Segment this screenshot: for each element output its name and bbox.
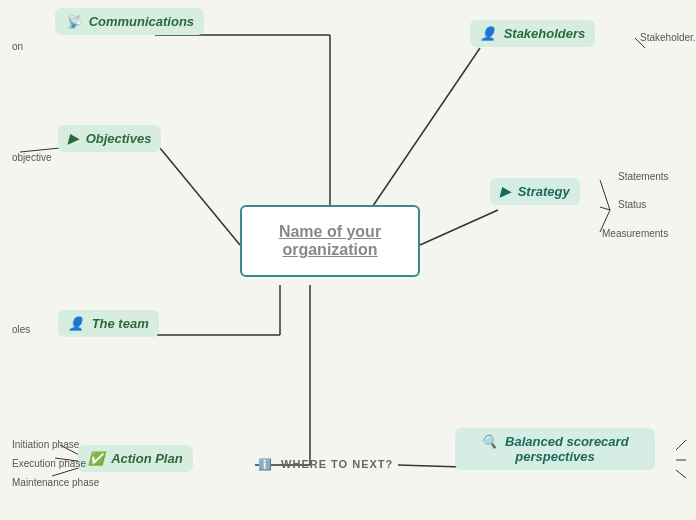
team-icon: 👤 xyxy=(68,316,84,331)
the-team-node: 👤 The team xyxy=(58,310,159,337)
center-node: Name of your organization xyxy=(240,205,420,277)
communication-small: on xyxy=(2,35,33,58)
svg-line-13 xyxy=(398,465,462,467)
objectives-node: ▶ Objectives xyxy=(58,125,161,152)
strategy-icon: ▶ xyxy=(500,184,510,199)
objectives-icon: ▶ xyxy=(68,131,78,146)
svg-line-21 xyxy=(676,470,686,478)
statements-node: Statements xyxy=(608,165,679,188)
communications-node: 📡 Communications xyxy=(55,8,204,35)
objective-small: objective xyxy=(2,146,61,169)
strategy-node: ▶ Strategy xyxy=(490,178,580,205)
info-icon: ℹ️ xyxy=(258,458,273,470)
balanced-scorecard-node: 🔍 Balanced scorecard perspectives xyxy=(455,428,655,470)
svg-line-3 xyxy=(160,148,240,245)
status-node: Status xyxy=(608,193,656,216)
stakeholder-small: Stakeholder... xyxy=(630,26,696,49)
svg-line-4 xyxy=(420,210,498,245)
communications-icon: 📡 xyxy=(65,14,81,29)
where-to-next-node: ℹ️ WHERE TO NEXT? xyxy=(248,452,403,477)
svg-line-2 xyxy=(360,48,480,225)
measurements-node: Measurements xyxy=(592,222,678,245)
balanced-icon: 🔍 xyxy=(481,434,497,449)
svg-line-19 xyxy=(676,440,686,450)
roles-small: oles xyxy=(2,318,40,341)
maintenance-phase: Maintenance phase xyxy=(2,471,109,494)
stakeholders-icon: 👤 xyxy=(480,26,496,41)
stakeholders-node: 👤 Stakeholders xyxy=(470,20,595,47)
